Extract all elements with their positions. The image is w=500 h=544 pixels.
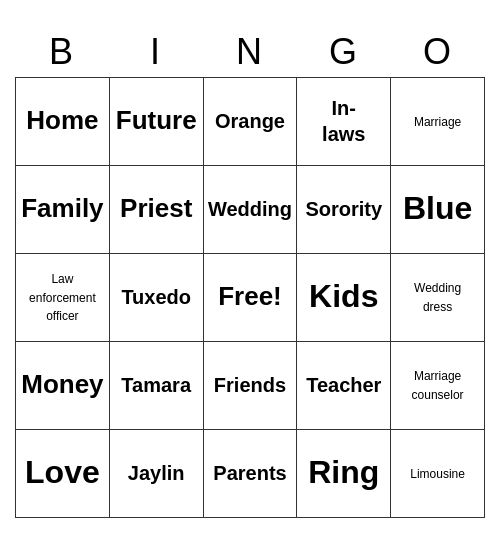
bingo-cell: Tuxedo <box>109 253 203 341</box>
cell-label: Home <box>26 105 98 135</box>
bingo-cell: Orange <box>203 77 297 165</box>
bingo-cell: Free! <box>203 253 297 341</box>
bingo-cell: Teacher <box>297 341 391 429</box>
table-row: FamilyPriestWeddingSororityBlue <box>16 165 485 253</box>
header-b: B <box>15 27 109 77</box>
cell-label: Weddingdress <box>414 281 461 314</box>
bingo-cell: Future <box>109 77 203 165</box>
bingo-cell: Parents <box>203 429 297 517</box>
cell-label: Future <box>116 105 197 135</box>
table-row: LawenforcementofficerTuxedoFree!KidsWedd… <box>16 253 485 341</box>
cell-label: Lawenforcementofficer <box>29 272 96 323</box>
bingo-cell: Kids <box>297 253 391 341</box>
cell-label: Blue <box>403 190 472 226</box>
bingo-cell: Priest <box>109 165 203 253</box>
cell-label: Marriagecounselor <box>412 369 464 402</box>
bingo-cell: Jaylin <box>109 429 203 517</box>
cell-label: Jaylin <box>128 462 185 484</box>
cell-label: Orange <box>215 110 285 132</box>
bingo-cell: Tamara <box>109 341 203 429</box>
bingo-cell: Marriagecounselor <box>391 341 485 429</box>
cell-label: In-laws <box>322 97 365 145</box>
bingo-cell: Sorority <box>297 165 391 253</box>
cell-label: Money <box>21 369 103 399</box>
cell-label: Free! <box>218 281 282 311</box>
header-n: N <box>203 27 297 77</box>
cell-label: Friends <box>214 374 286 396</box>
header-o: O <box>391 27 485 77</box>
table-row: LoveJaylinParentsRingLimousine <box>16 429 485 517</box>
bingo-cell: Blue <box>391 165 485 253</box>
cell-label: Parents <box>213 462 286 484</box>
cell-label: Love <box>25 454 100 490</box>
bingo-cell: Wedding <box>203 165 297 253</box>
table-row: HomeFutureOrangeIn-lawsMarriage <box>16 77 485 165</box>
bingo-cell: Home <box>16 77 110 165</box>
cell-label: Tuxedo <box>121 286 191 308</box>
cell-label: Tamara <box>121 374 191 396</box>
bingo-cell: Love <box>16 429 110 517</box>
cell-label: Sorority <box>305 198 382 220</box>
bingo-cell: Limousine <box>391 429 485 517</box>
bingo-cell: Friends <box>203 341 297 429</box>
bingo-cell: Lawenforcementofficer <box>16 253 110 341</box>
bingo-cell: Ring <box>297 429 391 517</box>
bingo-cell: Money <box>16 341 110 429</box>
header-i: I <box>109 27 203 77</box>
bingo-cell: In-laws <box>297 77 391 165</box>
cell-label: Family <box>21 193 103 223</box>
bingo-cell: Weddingdress <box>391 253 485 341</box>
cell-label: Wedding <box>208 198 292 220</box>
cell-label: Teacher <box>306 374 381 396</box>
bingo-cell: Family <box>16 165 110 253</box>
cell-label: Priest <box>120 193 192 223</box>
bingo-cell: Marriage <box>391 77 485 165</box>
cell-label: Limousine <box>410 467 465 481</box>
bingo-grid: HomeFutureOrangeIn-lawsMarriageFamilyPri… <box>15 77 485 518</box>
header-g: G <box>297 27 391 77</box>
cell-label: Marriage <box>414 115 461 129</box>
table-row: MoneyTamaraFriendsTeacherMarriagecounsel… <box>16 341 485 429</box>
bingo-header: B I N G O <box>15 27 485 77</box>
cell-label: Ring <box>308 454 379 490</box>
cell-label: Kids <box>309 278 378 314</box>
